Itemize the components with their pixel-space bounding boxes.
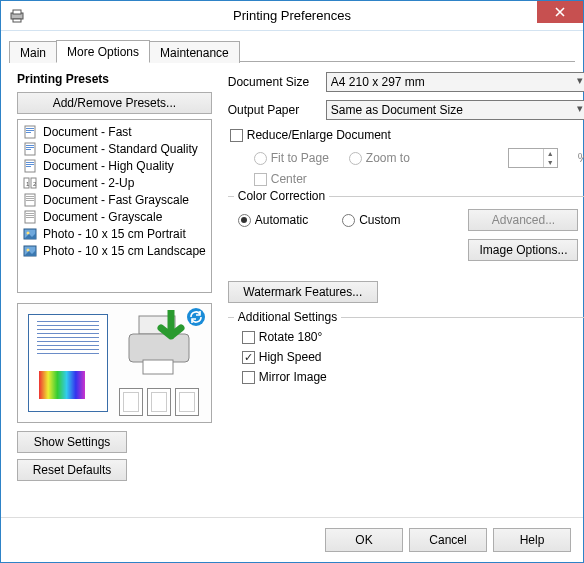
high-speed-label: High Speed <box>259 350 322 364</box>
center-label: Center <box>271 172 307 186</box>
output-paper-select[interactable]: Same as Document Size <box>326 100 584 120</box>
preset-item[interactable]: Document - Standard Quality <box>22 140 207 157</box>
ok-button[interactable]: OK <box>325 528 403 552</box>
reset-defaults-button[interactable]: Reset Defaults <box>17 459 127 481</box>
svg-rect-4 <box>26 128 34 129</box>
preset-item[interactable]: Document - High Quality <box>22 157 207 174</box>
printer-icon <box>9 8 25 24</box>
gray-icon <box>23 193 37 207</box>
add-remove-presets-button[interactable]: Add/Remove Presets... <box>17 92 212 114</box>
close-button[interactable] <box>537 1 583 23</box>
doc-icon <box>23 125 37 139</box>
mirror-image-label: Mirror Image <box>259 370 327 384</box>
preset-list: Document - FastDocument - Standard Quali… <box>17 119 212 293</box>
photo-icon <box>23 244 37 258</box>
preset-item[interactable]: Document - Fast Grayscale <box>22 191 207 208</box>
doc-icon <box>23 159 37 173</box>
zoom-to-radio <box>349 152 362 165</box>
gray-icon <box>23 210 37 224</box>
document-size-label: Document Size <box>228 75 318 89</box>
watermark-features-button[interactable]: Watermark Features... <box>228 281 378 303</box>
printing-presets-heading: Printing Presets <box>17 72 212 86</box>
mirror-image-checkbox[interactable] <box>242 371 255 384</box>
svg-rect-22 <box>26 200 34 201</box>
additional-settings-legend: Additional Settings <box>234 310 341 324</box>
preset-item-label: Document - Grayscale <box>43 210 162 224</box>
svg-rect-6 <box>26 132 31 133</box>
tabs: Main More Options Maintenance <box>9 39 575 62</box>
document-size-select[interactable]: A4 210 x 297 mm <box>326 72 584 92</box>
preset-item-label: Document - Standard Quality <box>43 142 198 156</box>
preset-item[interactable]: 12Document - 2-Up <box>22 174 207 191</box>
svg-rect-9 <box>26 147 34 148</box>
svg-rect-32 <box>129 334 189 362</box>
svg-rect-1 <box>13 10 21 14</box>
svg-rect-2 <box>13 19 21 22</box>
help-button[interactable]: Help <box>493 528 571 552</box>
preview-page-icon <box>28 314 108 412</box>
preview-box <box>17 303 212 423</box>
color-correction-legend: Color Correction <box>234 189 329 203</box>
preset-item[interactable]: Photo - 10 x 15 cm Landscape <box>22 242 207 259</box>
svg-rect-33 <box>143 360 173 374</box>
svg-rect-10 <box>26 149 31 150</box>
svg-rect-24 <box>26 213 34 214</box>
titlebar: Printing Preferences <box>1 1 583 31</box>
2up-icon: 12 <box>23 176 37 190</box>
doc-icon <box>23 142 37 156</box>
svg-rect-8 <box>26 145 34 146</box>
photo-icon <box>23 227 37 241</box>
rotate-180-label: Rotate 180° <box>259 330 323 344</box>
collate-icons <box>119 388 199 416</box>
svg-rect-26 <box>26 217 34 218</box>
preset-item[interactable]: Photo - 10 x 15 cm Portrait <box>22 225 207 242</box>
svg-rect-25 <box>26 215 34 216</box>
reduce-enlarge-checkbox[interactable] <box>230 129 243 142</box>
tab-main[interactable]: Main <box>9 41 57 63</box>
zoom-value-stepper: ▲▼ <box>508 148 558 168</box>
printing-preferences-dialog: Printing Preferences Main More Options M… <box>0 0 584 563</box>
automatic-label: Automatic <box>255 213 308 227</box>
additional-settings-group: Additional Settings Rotate 180° High Spe… <box>228 317 584 394</box>
image-options-button[interactable]: Image Options... <box>468 239 578 261</box>
preset-item-label: Document - Fast Grayscale <box>43 193 189 207</box>
preset-item-label: Document - Fast <box>43 125 132 139</box>
color-correction-group: Color Correction Automatic Custom Advanc… <box>228 196 584 271</box>
sync-icon <box>187 308 205 326</box>
svg-rect-20 <box>26 196 34 197</box>
preset-item-label: Photo - 10 x 15 cm Landscape <box>43 244 206 258</box>
percent-label: % <box>578 151 584 165</box>
high-speed-checkbox[interactable] <box>242 351 255 364</box>
custom-label: Custom <box>359 213 400 227</box>
svg-rect-12 <box>26 162 34 163</box>
rotate-180-checkbox[interactable] <box>242 331 255 344</box>
preset-item[interactable]: Document - Grayscale <box>22 208 207 225</box>
fit-to-page-radio <box>254 152 267 165</box>
dialog-footer: OK Cancel Help <box>1 517 583 562</box>
custom-radio[interactable] <box>342 214 355 227</box>
preset-item-label: Document - High Quality <box>43 159 174 173</box>
svg-rect-13 <box>26 164 34 165</box>
zoom-to-label: Zoom to <box>366 151 410 165</box>
tab-maintenance[interactable]: Maintenance <box>149 41 240 63</box>
preset-item[interactable]: Document - Fast <box>22 123 207 140</box>
show-settings-button[interactable]: Show Settings <box>17 431 127 453</box>
svg-rect-21 <box>26 198 34 199</box>
preset-item-label: Document - 2-Up <box>43 176 134 190</box>
fit-to-page-label: Fit to Page <box>271 151 329 165</box>
svg-rect-5 <box>26 130 34 131</box>
advanced-button: Advanced... <box>468 209 578 231</box>
automatic-radio[interactable] <box>238 214 251 227</box>
output-paper-label: Output Paper <box>228 103 318 117</box>
tab-more-options[interactable]: More Options <box>56 40 150 63</box>
svg-rect-14 <box>26 166 31 167</box>
reduce-enlarge-label: Reduce/Enlarge Document <box>247 128 391 142</box>
cancel-button[interactable]: Cancel <box>409 528 487 552</box>
window-title: Printing Preferences <box>1 8 583 23</box>
center-checkbox <box>254 173 267 186</box>
preset-item-label: Photo - 10 x 15 cm Portrait <box>43 227 186 241</box>
